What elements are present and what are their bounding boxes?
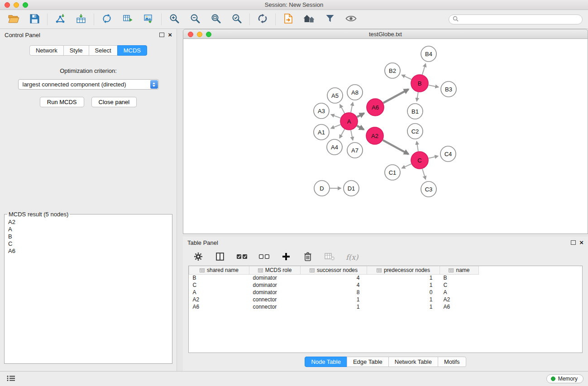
zoom-window-button[interactable]	[23, 2, 28, 8]
column-header-mcds-role[interactable]: MCDS role	[249, 266, 301, 274]
open-session-button[interactable]	[5, 12, 22, 27]
network-window-titlebar[interactable]: testGlobe.txt	[183, 29, 588, 39]
table-tab-node-table[interactable]: Node Table	[305, 357, 347, 367]
table-cell[interactable]: dominator	[249, 289, 301, 296]
table-row[interactable]: A6connector11A6	[189, 303, 479, 310]
table-cell[interactable]: 8	[301, 289, 367, 296]
import-table-button[interactable]	[73, 12, 89, 27]
table-cell[interactable]: 0	[367, 289, 440, 296]
function-builder-button[interactable]: f(x)	[346, 251, 358, 263]
edge-A-A4[interactable]	[339, 129, 344, 138]
edge-A-A1[interactable]	[331, 124, 340, 128]
edge-C-C2[interactable]	[417, 142, 418, 152]
zoom-out-button[interactable]	[187, 12, 203, 27]
column-header-shared-name[interactable]: shared name	[189, 266, 249, 274]
deselect-all-button[interactable]	[258, 251, 270, 263]
table-cell[interactable]: 1	[301, 296, 367, 303]
home-button[interactable]	[301, 12, 317, 27]
column-layout-button[interactable]	[215, 251, 225, 263]
task-history-button[interactable]	[5, 374, 17, 384]
column-header-successor-nodes[interactable]: successor nodes	[301, 266, 367, 274]
table-cell[interactable]: 1	[367, 281, 440, 289]
table-settings-button[interactable]	[193, 251, 204, 263]
delete-rows-button[interactable]	[302, 251, 313, 263]
table-cell[interactable]: A6	[189, 303, 249, 310]
edge-C-C4[interactable]	[429, 156, 438, 158]
network-zoom-button[interactable]	[206, 32, 211, 37]
export-image-button[interactable]	[140, 12, 157, 27]
zoom-fit-button[interactable]	[208, 12, 224, 27]
network-minimize-button[interactable]	[197, 32, 202, 37]
export-document-button[interactable]	[280, 12, 296, 27]
graphics-details-button[interactable]	[343, 12, 359, 27]
column-header-predecessor-nodes[interactable]: predecessor nodes	[367, 266, 440, 274]
run-mcds-button[interactable]: Run MCDS	[40, 97, 84, 107]
table-cell[interactable]: 4	[301, 274, 367, 281]
close-table-panel-icon[interactable]: ×	[579, 240, 583, 245]
edge-C-C1[interactable]	[402, 164, 411, 168]
edge-A-A2[interactable]	[357, 126, 363, 130]
mcds-result-item[interactable]: A6	[7, 248, 169, 255]
table-cell[interactable]: dominator	[249, 274, 301, 281]
filter-button[interactable]	[322, 12, 338, 27]
clone-network-button[interactable]	[99, 12, 115, 27]
table-cell[interactable]: 4	[301, 281, 367, 289]
table-cell[interactable]: dominator	[249, 281, 301, 289]
add-row-button[interactable]	[281, 251, 292, 263]
edge-A2-C[interactable]	[383, 140, 409, 154]
import-network-button[interactable]	[52, 12, 68, 27]
mcds-result-item[interactable]: C	[7, 240, 169, 248]
edge-A-A5[interactable]	[340, 105, 344, 113]
minimize-window-button[interactable]	[14, 2, 19, 8]
mcds-result-item[interactable]: A	[7, 226, 169, 233]
edge-B-B1[interactable]	[417, 92, 418, 101]
network-view-canvas[interactable]: B4B2BB3A5A8A6B1A3AC2A1A2A4A7C4CC1C3DD1	[183, 39, 588, 234]
zoom-in-button[interactable]	[166, 12, 182, 27]
table-cell[interactable]: B	[189, 274, 249, 281]
table-cell[interactable]: connector	[249, 303, 301, 310]
table-row[interactable]: Cdominator41C	[189, 281, 479, 289]
tab-network[interactable]: Network	[29, 45, 64, 56]
zoom-selected-button[interactable]	[229, 12, 245, 27]
table-cell[interactable]: A2	[189, 296, 249, 303]
select-all-button[interactable]	[236, 251, 248, 263]
mcds-result-item[interactable]: B	[7, 233, 169, 240]
table-cell[interactable]: connector	[249, 296, 301, 303]
table-cell[interactable]: C	[440, 281, 479, 289]
tab-mcds[interactable]: MCDS	[117, 45, 147, 56]
table-cell[interactable]: B	[440, 274, 479, 281]
edge-A-A6[interactable]	[357, 113, 364, 117]
table-cell[interactable]: C	[189, 281, 249, 289]
table-cell[interactable]: A2	[440, 296, 479, 303]
table-cell[interactable]: A6	[440, 303, 479, 310]
close-panel-button[interactable]: Close panel	[91, 97, 137, 107]
edge-A-A7[interactable]	[351, 130, 353, 140]
edge-B-B2[interactable]	[402, 75, 411, 80]
table-cell[interactable]: A	[440, 289, 479, 296]
table-row[interactable]: A2connector11A2	[189, 296, 479, 303]
column-header-name[interactable]: name	[440, 266, 479, 274]
table-cell[interactable]: 1	[367, 296, 440, 303]
float-panel-icon[interactable]	[159, 33, 164, 37]
save-session-button[interactable]	[26, 12, 43, 27]
search-input[interactable]	[461, 16, 578, 23]
network-table-button[interactable]	[120, 12, 136, 27]
network-close-button[interactable]	[188, 32, 193, 37]
edge-A-A8[interactable]	[351, 103, 353, 113]
search-field[interactable]	[449, 14, 583, 24]
delete-table-button[interactable]	[324, 251, 335, 263]
edge-A6-B[interactable]	[383, 89, 409, 103]
table-tab-network-table[interactable]: Network Table	[388, 357, 438, 367]
close-panel-icon[interactable]: ×	[168, 32, 172, 38]
table-tab-edge-table[interactable]: Edge Table	[347, 357, 389, 367]
float-table-panel-icon[interactable]	[571, 240, 576, 245]
table-row[interactable]: Adominator80A	[189, 289, 479, 296]
tab-style[interactable]: Style	[63, 45, 89, 56]
table-cell[interactable]: 1	[367, 303, 440, 310]
table-cell[interactable]: 1	[301, 303, 367, 310]
apply-layout-button[interactable]	[254, 12, 271, 27]
edge-B-B4[interactable]	[422, 64, 425, 75]
table-cell[interactable]: A	[189, 289, 249, 296]
edge-A-A3[interactable]	[331, 114, 341, 118]
edge-C-C3[interactable]	[422, 169, 425, 179]
